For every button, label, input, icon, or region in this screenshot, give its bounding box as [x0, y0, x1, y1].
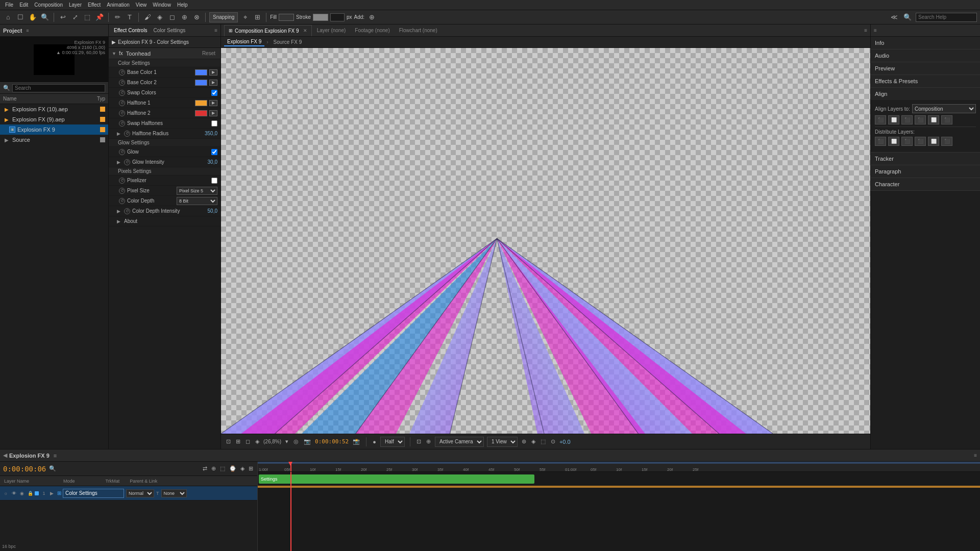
viewer-timecode[interactable]: 0:00:00:52: [315, 438, 349, 445]
ec-glow-intensity-value[interactable]: 30,0: [208, 159, 217, 165]
track-playhead[interactable]: [290, 472, 291, 551]
pen-icon[interactable]: ✏: [112, 12, 122, 22]
ec-about-expand[interactable]: ▶: [117, 219, 122, 224]
viewer-color-icon[interactable]: ●: [372, 439, 377, 445]
viewer-reset-btn[interactable]: ◎: [292, 438, 300, 445]
tab-comp-close[interactable]: ✕: [303, 28, 307, 33]
layer-parent-dropdown[interactable]: None: [161, 489, 187, 497]
viewer-region-btn[interactable]: ⊡: [415, 438, 422, 445]
ec-cdi-expand[interactable]: ▶: [117, 209, 122, 214]
dist-top-btn[interactable]: ⬛: [915, 137, 926, 146]
ec-menu-icon[interactable]: ≡: [214, 28, 217, 33]
paragraph-header[interactable]: Paragraph: [871, 165, 980, 178]
timeline-ruler[interactable]: 1:00f 05f 10f 15f 20f 25f 30f 35f 40f 45…: [258, 462, 980, 472]
zoom-dropdown-btn[interactable]: ▾: [284, 438, 289, 445]
viewer-fit-btn[interactable]: ⊡: [225, 438, 232, 445]
ec-halftone-2-picker[interactable]: ▶: [209, 110, 217, 116]
timeline-toggle-icon[interactable]: ◀: [3, 452, 7, 459]
ec-stopwatch-base2[interactable]: ⏱: [119, 80, 125, 86]
ec-halftone-2-swatch[interactable]: [195, 110, 207, 116]
project-item-active[interactable]: ▣ Explosion FX 9: [0, 124, 108, 135]
layer-btn-3[interactable]: ⬚: [219, 465, 226, 472]
align-left-btn[interactable]: ⬛: [875, 115, 886, 124]
align-bottom-btn[interactable]: ⬛: [941, 115, 952, 124]
viewer-grid-btn[interactable]: ⊞: [235, 438, 241, 445]
effects-presets-header[interactable]: Effects & Presets: [871, 75, 980, 87]
roto-icon[interactable]: ⊕: [179, 12, 189, 22]
subtab-source[interactable]: Source FX 9: [271, 38, 305, 46]
layer-name-input[interactable]: [63, 489, 124, 498]
ec-tab-color-settings[interactable]: Color Settings: [151, 28, 187, 33]
add-circle-icon[interactable]: ⊕: [366, 12, 377, 22]
menu-file[interactable]: File: [2, 0, 16, 10]
project-item[interactable]: ▶ Explosion FX (9).aep: [0, 114, 108, 124]
menu-view[interactable]: View: [133, 0, 150, 10]
hand-icon[interactable]: ✋: [28, 12, 38, 22]
ec-toonhead-header[interactable]: ▼ fx Toonhead Reset: [109, 48, 220, 59]
timeline-tracks[interactable]: Settings: [258, 472, 980, 551]
zoom-display[interactable]: (26,8%): [263, 439, 281, 444]
ec-swap-colors-checkbox[interactable]: [211, 90, 217, 96]
home-icon[interactable]: ⌂: [3, 12, 13, 22]
subtab-main[interactable]: Explosion FX 9: [224, 38, 264, 46]
search-toolbar-icon[interactable]: 🔍: [902, 12, 913, 22]
menu-animation[interactable]: Animation: [104, 0, 132, 10]
layer-btn-5[interactable]: ◈: [239, 465, 246, 472]
layer-lock-btn[interactable]: 🔒: [27, 490, 34, 497]
timeline-menu-icon[interactable]: ≡: [54, 453, 57, 459]
ec-tab-effect-controls[interactable]: Effect Controls: [112, 28, 149, 33]
layer-btn-6[interactable]: ⊞: [248, 465, 254, 472]
menu-layer[interactable]: Layer: [66, 0, 85, 10]
layer-mode-dropdown[interactable]: Normal: [126, 489, 154, 497]
layer-btn-1[interactable]: ⇄: [202, 465, 208, 472]
layer-visibility-btn[interactable]: 👁: [10, 490, 17, 497]
ec-stopwatch-ht2[interactable]: ⏱: [119, 110, 125, 116]
ec-cdi-value[interactable]: 50,0: [208, 208, 217, 214]
reset-btn[interactable]: Reset: [200, 51, 217, 56]
layer-audio-btn[interactable]: ◉: [18, 490, 26, 497]
ruler-playhead[interactable]: [290, 462, 291, 471]
puppet-icon[interactable]: ⊗: [191, 12, 202, 22]
stroke-width-input[interactable]: [330, 13, 345, 21]
layer-btn-2[interactable]: ⊕: [210, 465, 217, 472]
viewer-snap-btn[interactable]: ◻: [244, 438, 251, 445]
ec-stopwatch-swap[interactable]: ⏱: [119, 90, 125, 96]
dist-center-h-btn[interactable]: ⬜: [888, 137, 899, 146]
project-menu-icon[interactable]: ≡: [26, 28, 29, 33]
dist-right-btn[interactable]: ⬛: [901, 137, 913, 146]
layer-row[interactable]: ☼ 👁 ◉ 🔒 1 ▶ ⊞ Normal T None: [0, 486, 257, 500]
workspace-left-icon[interactable]: ≪: [889, 12, 899, 22]
viewer-snapshot-btn[interactable]: 📸: [352, 438, 361, 445]
ec-halftone-1-picker[interactable]: ▶: [209, 100, 217, 106]
ec-about-row[interactable]: ▶ About: [109, 216, 220, 227]
dist-left-btn[interactable]: ⬛: [875, 137, 886, 146]
search-help-input[interactable]: [916, 13, 977, 22]
timeline-menu-right[interactable]: ≡: [974, 453, 977, 458]
zoom-icon[interactable]: 🔍: [40, 12, 50, 22]
snap-options-icon[interactable]: ⌖: [240, 12, 250, 22]
project-search-input[interactable]: [12, 84, 105, 92]
select-icon[interactable]: ⬚: [82, 12, 92, 22]
right-panel-menu[interactable]: ≡: [874, 28, 877, 33]
ec-pixelizer-checkbox[interactable]: [211, 178, 217, 184]
menu-edit[interactable]: Edit: [16, 0, 31, 10]
align-header[interactable]: Align: [871, 88, 980, 100]
viewer-3d-btn[interactable]: ⊛: [521, 438, 527, 445]
ec-base-color-2-picker[interactable]: ▶: [209, 80, 217, 86]
audio-header[interactable]: Audio: [871, 49, 980, 62]
ec-stopwatch-base1[interactable]: ⏱: [119, 69, 125, 76]
ec-swap-halftones-checkbox[interactable]: [211, 120, 217, 127]
comp-menu-icon[interactable]: ≡: [864, 28, 867, 33]
timeline-timecode[interactable]: 0:00:00:06: [3, 465, 46, 473]
ec-stopwatch-glow[interactable]: ⏱: [119, 149, 125, 155]
brush-icon[interactable]: 🖌: [142, 12, 153, 22]
ec-base-color-2-swatch[interactable]: [195, 80, 207, 86]
ec-stopwatch-gi[interactable]: ⏱: [124, 159, 130, 165]
menu-composition[interactable]: Composition: [31, 0, 66, 10]
ec-pixel-size-dropdown[interactable]: Pixel Size 5: [177, 187, 217, 195]
dist-bottom-btn[interactable]: ⬛: [941, 137, 952, 146]
align-to-dropdown[interactable]: Composition: [912, 104, 976, 113]
align-right-btn[interactable]: ⬛: [901, 115, 913, 124]
project-item[interactable]: ▶ Explosion FX (10).aep: [0, 104, 108, 114]
layer-expand-arrow[interactable]: ▶: [50, 491, 54, 496]
